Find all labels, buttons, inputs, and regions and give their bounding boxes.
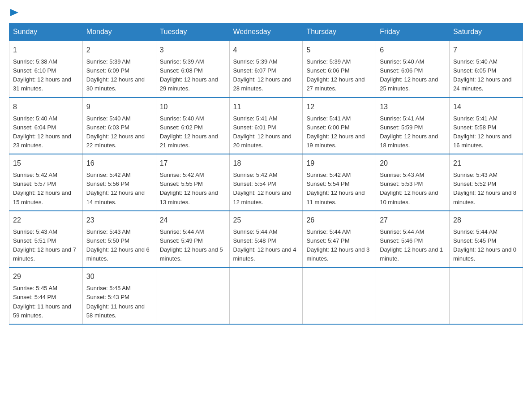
- calendar-day-cell: 21Sunrise: 5:43 AMSunset: 5:52 PMDayligh…: [450, 154, 523, 211]
- calendar-day-cell: 8Sunrise: 5:40 AMSunset: 6:04 PMDaylight…: [9, 98, 83, 154]
- calendar-day-cell: 19Sunrise: 5:42 AMSunset: 5:54 PMDayligh…: [303, 154, 376, 211]
- day-number: 6: [380, 45, 446, 56]
- day-number: 20: [380, 158, 446, 169]
- day-number: 26: [306, 215, 372, 226]
- day-number: 15: [13, 158, 79, 169]
- calendar-day-cell: 26Sunrise: 5:44 AMSunset: 5:47 PMDayligh…: [303, 211, 376, 268]
- day-info: Sunrise: 5:41 AMSunset: 6:01 PMDaylight:…: [233, 114, 299, 150]
- day-info: Sunrise: 5:45 AMSunset: 5:43 PMDaylight:…: [86, 284, 152, 320]
- svg-marker-0: [10, 9, 18, 16]
- calendar-day-cell: 23Sunrise: 5:43 AMSunset: 5:50 PMDayligh…: [82, 211, 156, 268]
- day-info: Sunrise: 5:44 AMSunset: 5:49 PMDaylight:…: [160, 227, 226, 264]
- day-number: 11: [233, 102, 299, 112]
- day-number: 9: [86, 102, 152, 112]
- day-info: Sunrise: 5:39 AMSunset: 6:08 PMDaylight:…: [160, 57, 226, 94]
- calendar-day-cell: [450, 267, 523, 324]
- day-number: 21: [453, 158, 519, 169]
- day-number: 3: [160, 45, 226, 56]
- day-info: Sunrise: 5:44 AMSunset: 5:48 PMDaylight:…: [233, 227, 299, 264]
- calendar-day-cell: [156, 267, 229, 324]
- calendar-day-cell: 20Sunrise: 5:43 AMSunset: 5:53 PMDayligh…: [376, 154, 450, 211]
- day-number: 4: [233, 45, 299, 56]
- day-number: 2: [86, 45, 152, 56]
- day-of-week-header: Thursday: [303, 23, 376, 41]
- day-of-week-header: Monday: [82, 23, 156, 41]
- calendar-day-cell: 4Sunrise: 5:39 AMSunset: 6:07 PMDaylight…: [229, 41, 303, 98]
- calendar-day-cell: 6Sunrise: 5:40 AMSunset: 6:06 PMDaylight…: [376, 41, 450, 98]
- logo: [9, 9, 18, 18]
- calendar-day-cell: 5Sunrise: 5:39 AMSunset: 6:06 PMDaylight…: [303, 41, 376, 98]
- day-info: Sunrise: 5:39 AMSunset: 6:09 PMDaylight:…: [86, 57, 152, 94]
- day-info: Sunrise: 5:44 AMSunset: 5:46 PMDaylight:…: [380, 227, 446, 264]
- day-number: 1: [13, 45, 79, 56]
- day-info: Sunrise: 5:42 AMSunset: 5:54 PMDaylight:…: [233, 171, 299, 207]
- day-info: Sunrise: 5:43 AMSunset: 5:53 PMDaylight:…: [380, 171, 446, 207]
- calendar-day-cell: 15Sunrise: 5:42 AMSunset: 5:57 PMDayligh…: [9, 154, 83, 211]
- day-number: 28: [453, 215, 519, 226]
- day-info: Sunrise: 5:41 AMSunset: 5:58 PMDaylight:…: [453, 114, 519, 150]
- calendar-day-cell: [376, 267, 450, 324]
- day-info: Sunrise: 5:43 AMSunset: 5:52 PMDaylight:…: [453, 171, 519, 207]
- day-info: Sunrise: 5:43 AMSunset: 5:51 PMDaylight:…: [13, 227, 79, 264]
- day-info: Sunrise: 5:41 AMSunset: 5:59 PMDaylight:…: [380, 114, 446, 150]
- day-number: 16: [86, 158, 152, 169]
- day-info: Sunrise: 5:40 AMSunset: 6:04 PMDaylight:…: [13, 114, 79, 150]
- day-info: Sunrise: 5:39 AMSunset: 6:06 PMDaylight:…: [306, 57, 372, 94]
- day-number: 14: [453, 102, 519, 112]
- calendar-day-cell: 7Sunrise: 5:40 AMSunset: 6:05 PMDaylight…: [450, 41, 523, 98]
- calendar-week-row: 8Sunrise: 5:40 AMSunset: 6:04 PMDaylight…: [9, 98, 523, 154]
- calendar-day-cell: 17Sunrise: 5:42 AMSunset: 5:55 PMDayligh…: [156, 154, 229, 211]
- calendar-day-cell: 25Sunrise: 5:44 AMSunset: 5:48 PMDayligh…: [229, 211, 303, 268]
- day-info: Sunrise: 5:40 AMSunset: 6:05 PMDaylight:…: [453, 57, 519, 94]
- calendar-table: SundayMondayTuesdayWednesdayThursdayFrid…: [9, 23, 523, 325]
- day-info: Sunrise: 5:45 AMSunset: 5:44 PMDaylight:…: [13, 284, 79, 320]
- calendar-day-cell: 1Sunrise: 5:38 AMSunset: 6:10 PMDaylight…: [9, 41, 83, 98]
- day-info: Sunrise: 5:40 AMSunset: 6:06 PMDaylight:…: [380, 57, 446, 94]
- day-of-week-header: Saturday: [450, 23, 523, 41]
- day-number: 13: [380, 102, 446, 112]
- calendar-day-cell: [303, 267, 376, 324]
- day-info: Sunrise: 5:40 AMSunset: 6:03 PMDaylight:…: [86, 114, 152, 150]
- calendar-day-cell: [229, 267, 303, 324]
- day-info: Sunrise: 5:41 AMSunset: 6:00 PMDaylight:…: [306, 114, 372, 150]
- day-info: Sunrise: 5:39 AMSunset: 6:07 PMDaylight:…: [233, 57, 299, 94]
- calendar-day-cell: 2Sunrise: 5:39 AMSunset: 6:09 PMDaylight…: [82, 41, 156, 98]
- day-info: Sunrise: 5:44 AMSunset: 5:47 PMDaylight:…: [306, 227, 372, 264]
- day-info: Sunrise: 5:44 AMSunset: 5:45 PMDaylight:…: [453, 227, 519, 264]
- calendar-day-cell: 18Sunrise: 5:42 AMSunset: 5:54 PMDayligh…: [229, 154, 303, 211]
- day-number: 19: [306, 158, 372, 169]
- calendar-day-cell: 11Sunrise: 5:41 AMSunset: 6:01 PMDayligh…: [229, 98, 303, 154]
- day-number: 24: [160, 215, 226, 226]
- day-number: 5: [306, 45, 372, 56]
- day-number: 27: [380, 215, 446, 226]
- day-number: 18: [233, 158, 299, 169]
- day-number: 25: [233, 215, 299, 226]
- calendar-week-row: 1Sunrise: 5:38 AMSunset: 6:10 PMDaylight…: [9, 41, 523, 98]
- day-info: Sunrise: 5:42 AMSunset: 5:54 PMDaylight:…: [306, 171, 372, 207]
- day-number: 29: [13, 271, 79, 282]
- day-info: Sunrise: 5:38 AMSunset: 6:10 PMDaylight:…: [13, 57, 79, 94]
- calendar-day-cell: 10Sunrise: 5:40 AMSunset: 6:02 PMDayligh…: [156, 98, 229, 154]
- calendar-day-cell: 12Sunrise: 5:41 AMSunset: 6:00 PMDayligh…: [303, 98, 376, 154]
- day-of-week-header: Tuesday: [156, 23, 229, 41]
- calendar-day-cell: 14Sunrise: 5:41 AMSunset: 5:58 PMDayligh…: [450, 98, 523, 154]
- day-number: 10: [160, 102, 226, 112]
- day-info: Sunrise: 5:42 AMSunset: 5:57 PMDaylight:…: [13, 171, 79, 207]
- day-info: Sunrise: 5:43 AMSunset: 5:50 PMDaylight:…: [86, 227, 152, 264]
- page-header: [9, 9, 523, 18]
- calendar-week-row: 22Sunrise: 5:43 AMSunset: 5:51 PMDayligh…: [9, 211, 523, 268]
- day-number: 23: [86, 215, 152, 226]
- day-number: 17: [160, 158, 226, 169]
- calendar-week-row: 15Sunrise: 5:42 AMSunset: 5:57 PMDayligh…: [9, 154, 523, 211]
- calendar-day-cell: 9Sunrise: 5:40 AMSunset: 6:03 PMDaylight…: [82, 98, 156, 154]
- day-of-week-header: Wednesday: [229, 23, 303, 41]
- day-number: 7: [453, 45, 519, 56]
- day-of-week-header: Friday: [376, 23, 450, 41]
- day-info: Sunrise: 5:40 AMSunset: 6:02 PMDaylight:…: [160, 114, 226, 150]
- day-number: 22: [13, 215, 79, 226]
- calendar-week-row: 29Sunrise: 5:45 AMSunset: 5:44 PMDayligh…: [9, 267, 523, 324]
- calendar-day-cell: 30Sunrise: 5:45 AMSunset: 5:43 PMDayligh…: [82, 267, 156, 324]
- day-number: 8: [13, 102, 79, 112]
- calendar-day-cell: 27Sunrise: 5:44 AMSunset: 5:46 PMDayligh…: [376, 211, 450, 268]
- calendar-header-row: SundayMondayTuesdayWednesdayThursdayFrid…: [9, 23, 523, 41]
